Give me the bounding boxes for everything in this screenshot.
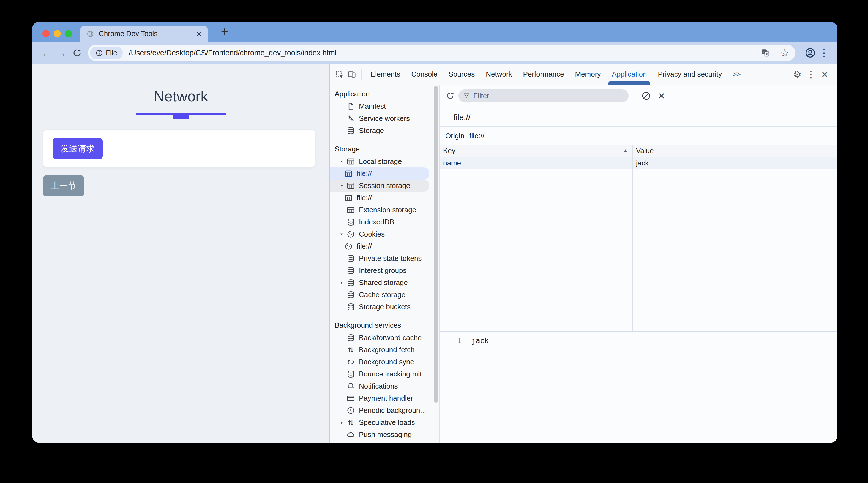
send-request-button[interactable]: 发送请求 <box>53 138 103 159</box>
database-icon <box>346 370 355 379</box>
table-row[interactable]: name jack <box>440 157 837 169</box>
chevron-down-icon[interactable] <box>337 183 346 188</box>
sidebar-item-local-storage-file[interactable]: file:// <box>330 168 429 180</box>
sidebar-item-storage[interactable]: Storage <box>330 124 439 137</box>
browser-toolbar: ← → File /Users/eve/Desktop/CS/Frontend/… <box>32 42 837 64</box>
sidebar-item-payment-handler[interactable]: Payment handler <box>330 392 439 404</box>
reload-button[interactable] <box>72 48 82 58</box>
tab-privacy-security[interactable]: Privacy and security <box>652 64 727 85</box>
chevron-right-icon[interactable] <box>337 280 346 285</box>
close-devtools-icon[interactable]: × <box>818 69 832 80</box>
database-icon <box>346 303 355 311</box>
devtools-menu-icon[interactable]: ⋮ <box>804 70 818 79</box>
close-tab-icon[interactable]: × <box>196 29 202 38</box>
chevron-down-icon[interactable] <box>337 159 346 164</box>
table-icon <box>346 206 355 214</box>
sidebar-item-manifest[interactable]: Manifest <box>330 100 439 112</box>
translate-icon[interactable] <box>761 48 770 58</box>
toolbar-divider <box>361 69 362 80</box>
key-column-header[interactable]: Key ▲ <box>440 145 633 157</box>
devtools-panel: Elements Console Sources Network Perform… <box>329 64 837 443</box>
browser-menu-icon[interactable]: ⋮ <box>818 47 830 59</box>
sidebar-item-cache-storage[interactable]: Cache storage <box>330 289 439 301</box>
sort-ascending-icon: ▲ <box>623 148 628 153</box>
filter-box[interactable] <box>459 90 628 102</box>
inspect-element-icon[interactable] <box>334 68 346 81</box>
tab-sources[interactable]: Sources <box>443 64 480 85</box>
database-icon <box>346 126 355 135</box>
sidebar-item-periodic-background-sync[interactable]: Periodic backgroun... <box>330 404 439 416</box>
new-tab-button[interactable]: + <box>217 24 232 38</box>
sidebar-item-bounce-tracking[interactable]: Bounce tracking mit... <box>330 368 439 380</box>
chevron-right-icon[interactable] <box>337 420 346 425</box>
value-column-header[interactable]: Value <box>633 145 837 157</box>
sidebar-scrollbar[interactable] <box>434 86 438 402</box>
sidebar-section-application: Application <box>330 88 439 100</box>
delete-selected-icon[interactable]: × <box>658 90 664 101</box>
tab-memory[interactable]: Memory <box>569 64 606 85</box>
browser-tab[interactable]: Chrome Dev Tools × <box>80 26 208 42</box>
settings-gear-icon[interactable]: ⚙ <box>790 70 804 79</box>
sidebar-section-background-services: Background services <box>330 319 439 332</box>
sidebar-item-private-state-tokens[interactable]: Private state tokens <box>330 252 439 264</box>
origin-row[interactable]: Origin file:// <box>440 127 837 145</box>
key-cell[interactable]: name <box>440 157 633 169</box>
sidebar-item-partial[interactable] <box>330 441 439 443</box>
updown-arrows-icon <box>346 345 355 354</box>
chevron-down-icon[interactable] <box>337 232 346 237</box>
file-scheme-chip[interactable]: File <box>90 47 123 59</box>
sidebar-item-push-messaging[interactable]: Push messaging <box>330 428 439 441</box>
clock-icon <box>346 406 355 415</box>
previous-section-button[interactable]: 上一节 <box>43 175 84 197</box>
tab-application[interactable]: Application <box>606 64 652 85</box>
sidebar-item-session-storage-file[interactable]: file:// <box>330 192 439 204</box>
sidebar-item-notifications[interactable]: Notifications <box>330 380 439 392</box>
table-row-empty[interactable] <box>440 169 837 180</box>
cookie-icon <box>344 242 353 250</box>
sidebar-item-session-storage[interactable]: Session storage <box>330 180 429 192</box>
document-icon <box>346 443 355 443</box>
tab-strip: Chrome Dev Tools × + <box>32 22 837 42</box>
storage-items-table: Key ▲ Value name jack <box>440 145 837 332</box>
url-text[interactable]: /Users/eve/Desktop/CS/Frontend/chrome_de… <box>129 49 752 57</box>
sidebar-item-speculative-loads[interactable]: Speculative loads <box>330 416 439 428</box>
value-preview-pane[interactable]: 1 jack <box>440 332 837 427</box>
tab-console[interactable]: Console <box>406 64 443 85</box>
refresh-icon[interactable] <box>444 90 456 102</box>
device-toolbar-icon[interactable] <box>346 68 358 81</box>
sidebar-item-cookies-file[interactable]: file:// <box>330 240 439 252</box>
sidebar-item-background-sync[interactable]: Background sync <box>330 356 439 368</box>
close-window-button[interactable] <box>42 30 50 37</box>
forward-button[interactable]: → <box>54 48 68 58</box>
back-button[interactable]: ← <box>40 48 54 58</box>
preview-line: 1 jack <box>440 336 837 345</box>
sidebar-item-interest-groups[interactable]: Interest groups <box>330 264 439 276</box>
value-cell[interactable]: jack <box>633 157 837 169</box>
tab-title: Chrome Dev Tools <box>99 29 191 38</box>
tab-network[interactable]: Network <box>480 64 517 85</box>
sidebar-item-extension-storage[interactable]: Extension storage <box>330 204 439 216</box>
table-header-row: Key ▲ Value <box>440 145 837 157</box>
profile-icon[interactable] <box>805 48 816 58</box>
sidebar-item-local-storage[interactable]: Local storage <box>330 155 439 168</box>
filter-input[interactable] <box>473 92 624 100</box>
zoom-window-button[interactable] <box>65 30 72 37</box>
sidebar-item-cookies[interactable]: Cookies <box>330 228 439 240</box>
more-tabs-icon[interactable]: >> <box>727 70 745 79</box>
address-bar[interactable]: File /Users/eve/Desktop/CS/Frontend/chro… <box>88 44 795 61</box>
sidebar-item-indexeddb[interactable]: IndexedDB <box>330 216 439 228</box>
sidebar-item-background-fetch[interactable]: Background fetch <box>330 344 439 356</box>
bookmark-star-icon[interactable]: ☆ <box>780 48 789 58</box>
tab-elements[interactable]: Elements <box>365 64 406 85</box>
table-empty-area <box>440 180 837 331</box>
title-underline <box>136 114 226 115</box>
sidebar-item-storage-buckets[interactable]: Storage buckets <box>330 301 439 313</box>
sidebar-item-back-forward-cache[interactable]: Back/forward cache <box>330 332 439 344</box>
sidebar-item-shared-storage[interactable]: Shared storage <box>330 276 439 289</box>
origin-value: file:// <box>469 132 484 140</box>
sync-icon <box>346 358 355 366</box>
clear-storage-icon[interactable] <box>641 91 651 101</box>
sidebar-item-service-workers[interactable]: Service workers <box>330 112 439 124</box>
minimize-window-button[interactable] <box>54 30 61 37</box>
tab-performance[interactable]: Performance <box>518 64 570 85</box>
